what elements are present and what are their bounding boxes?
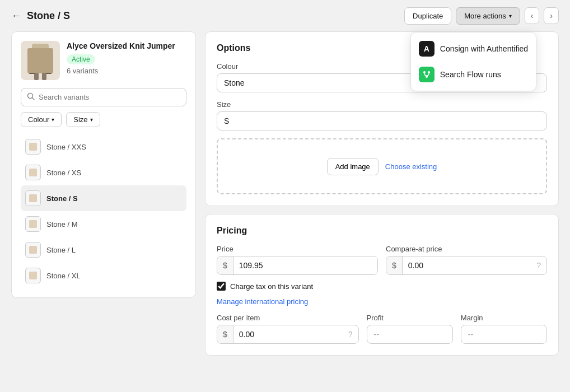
back-button[interactable]: ← [11, 10, 21, 22]
variant-item[interactable]: Stone / XL [21, 263, 186, 288]
profit-value: -- [367, 325, 453, 344]
image-upload-area: Add image Choose existing [217, 138, 547, 194]
size-label: Size [217, 100, 547, 109]
variant-item-active[interactable]: Stone / S [21, 185, 186, 211]
variant-label: Stone / XS [46, 169, 81, 177]
variant-thumbnail [25, 242, 41, 258]
variant-thumbnail [25, 268, 41, 283]
dropdown-consign-label: Consign with Authentified [440, 44, 528, 53]
dropdown-item-consign[interactable]: A Consign with Authentified [411, 36, 536, 62]
add-image-button[interactable]: Add image [327, 158, 379, 175]
flow-icon [419, 67, 434, 82]
price-currency: $ [217, 256, 233, 274]
price-row: Price $ Compare-at price $ ? [217, 245, 547, 275]
charge-tax-checkbox[interactable] [217, 282, 226, 291]
compare-price-label: Compare-at price [386, 245, 547, 253]
header-right: Duplicate More actions ▾ ‹ › A Consign w… [404, 7, 559, 25]
cost-row: Cost per item $ ? Profit -- Margin -- [217, 314, 547, 344]
manage-pricing-link[interactable]: Manage international pricing [217, 297, 547, 306]
cost-help-icon[interactable]: ? [343, 325, 358, 343]
size-input[interactable] [217, 111, 547, 130]
svg-rect-11 [29, 143, 37, 151]
variants-count: 6 variants [67, 67, 186, 75]
dropdown-flow-label: Search Flow runs [440, 70, 501, 79]
pricing-card: Pricing Price $ Compare-at price $ [205, 214, 559, 356]
svg-rect-13 [29, 194, 37, 202]
duplicate-button[interactable]: Duplicate [404, 7, 451, 25]
margin-field: Margin -- [461, 314, 547, 344]
margin-label: Margin [461, 314, 547, 322]
svg-point-0 [423, 71, 426, 73]
compare-price-input[interactable] [403, 256, 531, 274]
svg-rect-4 [27, 48, 53, 73]
svg-rect-16 [29, 272, 37, 279]
cost-input[interactable] [233, 325, 343, 343]
variant-label: Stone / XXS [46, 143, 86, 151]
compare-price-wrap: $ ? [386, 256, 547, 275]
more-actions-dropdown: A Consign with Authentified Search Flow [410, 32, 536, 91]
chevron-down-icon: ▾ [90, 116, 93, 123]
svg-rect-8 [46, 73, 52, 74]
svg-rect-14 [29, 220, 37, 228]
help-icon[interactable]: ? [531, 256, 546, 274]
more-actions-button[interactable]: More actions ▾ [456, 7, 520, 25]
svg-line-10 [32, 98, 35, 100]
search-input[interactable] [39, 93, 180, 101]
variant-thumbnail [25, 165, 41, 180]
product-card: Alyce Oversized Knit Jumper Active 6 var… [21, 41, 186, 80]
status-badge: Active [67, 54, 95, 64]
prev-button[interactable]: ‹ [525, 7, 540, 24]
filter-size[interactable]: Size ▾ [66, 112, 100, 127]
svg-rect-5 [34, 73, 39, 80]
price-label: Price [217, 245, 378, 253]
cost-label: Cost per item [217, 314, 359, 322]
filter-colour[interactable]: Colour ▾ [21, 112, 62, 127]
cost-currency: $ [217, 325, 233, 343]
svg-rect-6 [42, 73, 46, 80]
variant-item[interactable]: Stone / M [21, 211, 186, 237]
compare-currency: $ [386, 256, 403, 274]
chevron-down-icon: ▾ [509, 13, 512, 19]
charge-tax-row: Charge tax on this variant [217, 282, 547, 291]
variant-label: Stone / M [46, 220, 78, 228]
charge-tax-label: Charge tax on this variant [230, 282, 313, 291]
price-input[interactable] [233, 256, 377, 274]
header-left: ← Stone / S [11, 10, 70, 22]
page-title: Stone / S [27, 10, 70, 22]
variant-thumbnail [25, 190, 41, 206]
cost-input-wrap: $ ? [217, 325, 359, 344]
choose-existing-link[interactable]: Choose existing [385, 162, 437, 171]
svg-point-1 [428, 71, 430, 73]
price-input-wrap: $ [217, 256, 378, 275]
svg-rect-7 [29, 73, 35, 74]
filters: Colour ▾ Size ▾ [21, 112, 186, 127]
product-info: Alyce Oversized Knit Jumper Active 6 var… [67, 41, 186, 75]
search-box[interactable] [21, 88, 186, 106]
variant-item[interactable]: Stone / L [21, 237, 186, 263]
chevron-down-icon: ▾ [52, 116, 54, 123]
page: ← Stone / S Duplicate More actions ▾ ‹ ›… [0, 0, 570, 392]
variant-thumbnail [25, 216, 41, 232]
variant-label: Stone / S [46, 194, 78, 203]
cost-field: Cost per item $ ? [217, 314, 359, 344]
margin-value: -- [461, 325, 547, 344]
profit-label: Profit [367, 314, 453, 322]
price-field: Price $ [217, 245, 378, 275]
left-panel: Alyce Oversized Knit Jumper Active 6 var… [11, 31, 196, 298]
variant-label: Stone / L [46, 246, 76, 254]
variant-item[interactable]: Stone / XXS [21, 134, 186, 160]
pricing-title: Pricing [217, 226, 547, 236]
search-icon [27, 92, 35, 102]
profit-field: Profit -- [367, 314, 453, 344]
dropdown-item-flow[interactable]: Search Flow runs [411, 62, 536, 87]
header: ← Stone / S Duplicate More actions ▾ ‹ ›… [0, 0, 570, 31]
compare-price-field: Compare-at price $ ? [386, 245, 547, 275]
svg-rect-15 [29, 246, 37, 254]
variant-item[interactable]: Stone / XS [21, 160, 186, 185]
size-field-group: Size [217, 100, 547, 130]
variant-label: Stone / XL [46, 272, 81, 280]
variant-thumbnail [25, 139, 41, 155]
svg-rect-12 [29, 169, 37, 176]
next-button[interactable]: › [544, 7, 559, 24]
product-image [21, 41, 60, 80]
